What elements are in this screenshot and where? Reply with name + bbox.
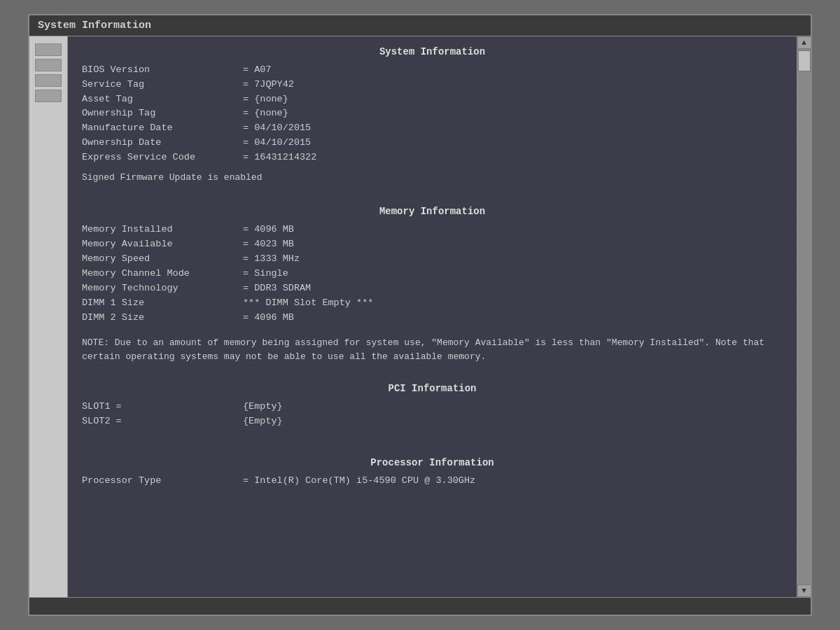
table-row: Ownership Tag= {none} xyxy=(82,106,783,121)
row-label: SLOT1 = xyxy=(82,400,243,414)
row-value: = 04/10/2015 xyxy=(243,136,311,150)
row-label: Memory Channel Mode xyxy=(82,267,243,281)
scrollbar[interactable]: ▲ ▼ xyxy=(797,36,811,597)
pci-info-rows: SLOT1 ={Empty}SLOT2 ={Empty} xyxy=(82,400,783,429)
firmware-note: Signed Firmware Update is enabled xyxy=(82,171,783,185)
memory-info-title: Memory Information xyxy=(82,204,783,220)
table-row: Memory Speed= 1333 MHz xyxy=(82,252,783,267)
info-content: System Information BIOS Version= A07Serv… xyxy=(68,36,797,597)
system-info-title: System Information xyxy=(82,45,783,60)
row-label: BIOS Version xyxy=(82,63,243,78)
table-row: Memory Installed= 4096 MB xyxy=(82,223,783,237)
table-row: Service Tag= 7JQPY42 xyxy=(82,78,783,92)
row-value: {Empty} xyxy=(243,400,283,414)
scroll-track[interactable] xyxy=(797,49,811,584)
bottom-bar xyxy=(29,597,811,615)
row-label: Memory Installed xyxy=(82,223,243,237)
table-row: BIOS Version= A07 xyxy=(82,63,783,78)
memory-note: NOTE: Due to an amount of memory being a… xyxy=(82,336,783,363)
scroll-thumb[interactable] xyxy=(798,50,811,71)
main-panel: System Information BIOS Version= A07Serv… xyxy=(68,36,797,597)
row-label: Memory Available xyxy=(82,237,243,252)
row-label: DIMM 2 Size xyxy=(82,311,243,326)
gap-2 xyxy=(82,325,783,332)
table-row: Processor Type= Intel(R) Core(TM) i5-459… xyxy=(82,474,783,489)
row-label: Service Tag xyxy=(82,78,243,92)
table-row: Memory Available= 4023 MB xyxy=(82,237,783,252)
table-row: DIMM 1 Size*** DIMM Slot Empty *** xyxy=(82,296,783,311)
row-value: {Empty} xyxy=(243,414,283,429)
row-label: Asset Tag xyxy=(82,92,243,107)
processor-info-title: Processor Information xyxy=(82,456,783,471)
outer-container: System Information System Information BI… xyxy=(0,0,840,630)
window-title: System Information xyxy=(38,20,151,31)
row-label: Express Service Code xyxy=(82,150,243,165)
row-label: DIMM 1 Size xyxy=(82,296,243,311)
row-value: = Intel(R) Core(TM) i5-4590 CPU @ 3.30GH… xyxy=(243,474,475,489)
row-label: Ownership Tag xyxy=(82,106,243,121)
row-value: = 7JQPY42 xyxy=(243,78,294,92)
window-title-bar: System Information xyxy=(29,15,811,36)
row-label: Manufacture Date xyxy=(82,121,243,136)
row-label: Memory Technology xyxy=(82,281,243,296)
system-info-rows: BIOS Version= A07Service Tag= 7JQPY42Ass… xyxy=(82,63,783,165)
table-row: Express Service Code= 16431214322 xyxy=(82,150,783,165)
row-label: Ownership Date xyxy=(82,136,243,150)
sidebar-block-4 xyxy=(35,90,62,102)
gap-4 xyxy=(82,429,783,442)
gap-5 xyxy=(82,442,783,454)
sidebar-block-1 xyxy=(35,43,62,56)
sidebar-block-3 xyxy=(35,74,62,87)
scroll-up-arrow[interactable]: ▲ xyxy=(797,36,811,49)
row-label: SLOT2 = xyxy=(82,414,243,429)
gap-3 xyxy=(82,368,783,380)
gap-1 xyxy=(82,190,783,203)
table-row: Asset Tag= {none} xyxy=(82,92,783,107)
row-value: = Single xyxy=(243,267,288,281)
bios-window: System Information System Information BI… xyxy=(28,14,812,616)
table-row: SLOT2 ={Empty} xyxy=(82,414,783,429)
row-value: = 4096 MB xyxy=(243,223,294,237)
row-value: = 1333 MHz xyxy=(243,252,300,267)
row-value: = A07 xyxy=(243,63,272,78)
row-value: = {none} xyxy=(243,92,288,107)
row-label: Memory Speed xyxy=(82,252,243,267)
row-value: *** DIMM Slot Empty *** xyxy=(243,296,373,311)
left-sidebar xyxy=(29,36,68,597)
row-value: = 4023 MB xyxy=(243,237,294,252)
pci-info-title: PCI Information xyxy=(82,382,783,397)
content-area: System Information BIOS Version= A07Serv… xyxy=(29,36,811,597)
row-value: = DDR3 SDRAM xyxy=(243,281,311,296)
row-value: = 16431214322 xyxy=(243,150,316,165)
row-label: Processor Type xyxy=(82,474,243,489)
table-row: SLOT1 ={Empty} xyxy=(82,400,783,414)
row-value: = 04/10/2015 xyxy=(243,121,311,136)
table-row: DIMM 2 Size= 4096 MB xyxy=(82,311,783,326)
table-row: Memory Technology= DDR3 SDRAM xyxy=(82,281,783,296)
scroll-down-arrow[interactable]: ▼ xyxy=(797,584,811,597)
sidebar-block-2 xyxy=(35,59,62,71)
table-row: Manufacture Date= 04/10/2015 xyxy=(82,121,783,136)
row-value: = 4096 MB xyxy=(243,311,294,326)
memory-info-rows: Memory Installed= 4096 MBMemory Availabl… xyxy=(82,223,783,325)
processor-info-rows: Processor Type= Intel(R) Core(TM) i5-459… xyxy=(82,474,783,489)
table-row: Ownership Date= 04/10/2015 xyxy=(82,136,783,150)
row-value: = {none} xyxy=(243,106,288,121)
table-row: Memory Channel Mode= Single xyxy=(82,267,783,281)
